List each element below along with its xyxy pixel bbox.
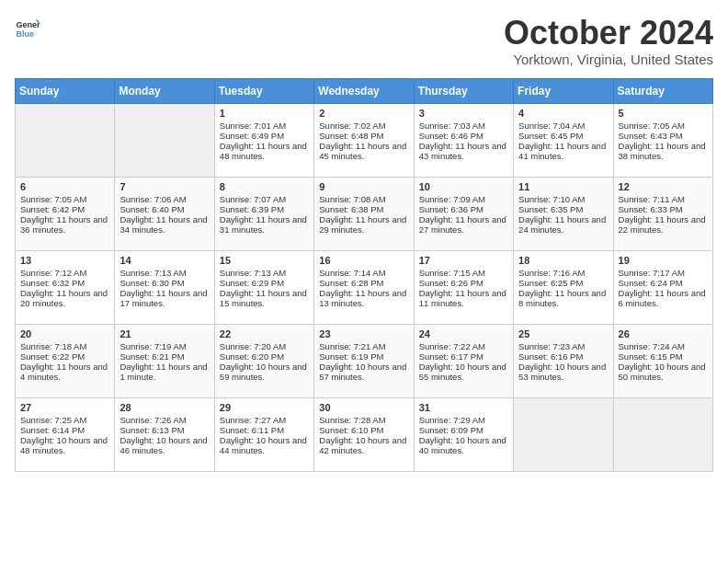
daylight-text: Daylight: 11 hours and 4 minutes.: [20, 362, 109, 382]
daylight-text: Daylight: 11 hours and 24 minutes.: [518, 214, 608, 235]
day-number: 13: [20, 255, 109, 266]
calendar-cell: 15Sunrise: 7:13 AMSunset: 6:29 PMDayligh…: [214, 250, 313, 324]
calendar-cell: 18Sunrise: 7:16 AMSunset: 6:25 PMDayligh…: [514, 250, 613, 324]
daylight-text: Daylight: 10 hours and 46 minutes.: [119, 435, 209, 455]
calendar-cell: 2Sunrise: 7:02 AMSunset: 6:48 PMDaylight…: [314, 103, 414, 177]
sunrise-text: Sunrise: 7:26 AM: [119, 415, 209, 425]
calendar-cell: 20Sunrise: 7:18 AMSunset: 6:22 PMDayligh…: [16, 324, 115, 397]
sunset-text: Sunset: 6:15 PM: [619, 351, 708, 362]
day-number: 10: [419, 181, 508, 192]
calendar-cell: 24Sunrise: 7:22 AMSunset: 6:17 PMDayligh…: [414, 324, 513, 397]
sunrise-text: Sunrise: 7:07 AM: [220, 194, 309, 204]
day-number: 18: [518, 255, 608, 266]
day-number: 5: [619, 108, 708, 119]
calendar-cell: 30Sunrise: 7:28 AMSunset: 6:10 PMDayligh…: [314, 397, 414, 471]
calendar-week-row: 6Sunrise: 7:05 AMSunset: 6:42 PMDaylight…: [16, 177, 713, 250]
sunset-text: Sunset: 6:30 PM: [119, 278, 209, 288]
daylight-text: Daylight: 11 hours and 22 minutes.: [619, 214, 708, 235]
sunrise-text: Sunrise: 7:02 AM: [319, 121, 408, 131]
daylight-text: Daylight: 10 hours and 42 minutes.: [319, 435, 408, 455]
daylight-text: Daylight: 11 hours and 20 minutes.: [20, 288, 109, 308]
sunrise-text: Sunrise: 7:23 AM: [518, 341, 608, 351]
calendar-cell: 25Sunrise: 7:23 AMSunset: 6:16 PMDayligh…: [514, 324, 613, 397]
sunrise-text: Sunrise: 7:01 AM: [220, 121, 309, 131]
sunset-text: Sunset: 6:14 PM: [20, 425, 109, 435]
sunrise-text: Sunrise: 7:22 AM: [419, 341, 508, 351]
day-number: 2: [319, 108, 408, 119]
sunset-text: Sunset: 6:39 PM: [220, 204, 309, 214]
daylight-text: Daylight: 11 hours and 29 minutes.: [319, 214, 408, 235]
sunrise-text: Sunrise: 7:20 AM: [220, 341, 309, 351]
sunset-text: Sunset: 6:25 PM: [518, 278, 608, 288]
daylight-text: Daylight: 11 hours and 13 minutes.: [319, 288, 408, 308]
daylight-text: Daylight: 11 hours and 27 minutes.: [419, 214, 508, 235]
sunset-text: Sunset: 6:24 PM: [619, 278, 708, 288]
calendar-cell: [514, 397, 613, 471]
daylight-text: Daylight: 10 hours and 57 minutes.: [319, 362, 408, 382]
calendar-cell: 31Sunrise: 7:29 AMSunset: 6:09 PMDayligh…: [414, 397, 513, 471]
daylight-text: Daylight: 10 hours and 50 minutes.: [619, 362, 708, 382]
sunset-text: Sunset: 6:48 PM: [319, 131, 408, 141]
daylight-text: Daylight: 11 hours and 38 minutes.: [619, 141, 708, 161]
day-number: 24: [419, 328, 508, 339]
sunset-text: Sunset: 6:33 PM: [619, 204, 708, 214]
calendar-cell: 29Sunrise: 7:27 AMSunset: 6:11 PMDayligh…: [214, 397, 313, 471]
calendar-cell: 1Sunrise: 7:01 AMSunset: 6:49 PMDaylight…: [214, 103, 313, 177]
daylight-text: Daylight: 11 hours and 48 minutes.: [220, 141, 309, 161]
calendar-cell: 19Sunrise: 7:17 AMSunset: 6:24 PMDayligh…: [613, 250, 712, 324]
daylight-text: Daylight: 11 hours and 31 minutes.: [220, 214, 309, 235]
day-number: 7: [119, 181, 209, 192]
sunset-text: Sunset: 6:38 PM: [319, 204, 408, 214]
daylight-text: Daylight: 10 hours and 53 minutes.: [518, 362, 608, 382]
calendar-cell: 23Sunrise: 7:21 AMSunset: 6:19 PMDayligh…: [314, 324, 414, 397]
sunrise-text: Sunrise: 7:29 AM: [419, 415, 508, 425]
sunrise-text: Sunrise: 7:06 AM: [119, 194, 209, 204]
svg-text:Blue: Blue: [16, 29, 34, 39]
day-number: 23: [319, 328, 408, 339]
day-number: 8: [220, 181, 309, 192]
sunset-text: Sunset: 6:26 PM: [419, 278, 508, 288]
calendar-week-row: 20Sunrise: 7:18 AMSunset: 6:22 PMDayligh…: [16, 324, 713, 397]
sunset-text: Sunset: 6:43 PM: [619, 131, 708, 141]
daylight-text: Daylight: 11 hours and 1 minute.: [119, 362, 209, 382]
day-of-week-header: Saturday: [613, 78, 712, 103]
daylight-text: Daylight: 10 hours and 55 minutes.: [419, 362, 508, 382]
day-of-week-header: Monday: [115, 78, 214, 103]
sunrise-text: Sunrise: 7:28 AM: [319, 415, 408, 425]
sunset-text: Sunset: 6:42 PM: [20, 204, 109, 214]
daylight-text: Daylight: 11 hours and 17 minutes.: [119, 288, 209, 308]
daylight-text: Daylight: 10 hours and 48 minutes.: [20, 435, 109, 455]
daylight-text: Daylight: 11 hours and 41 minutes.: [518, 141, 608, 161]
daylight-text: Daylight: 11 hours and 34 minutes.: [119, 214, 209, 235]
calendar-cell: 14Sunrise: 7:13 AMSunset: 6:30 PMDayligh…: [115, 250, 214, 324]
sunset-text: Sunset: 6:40 PM: [119, 204, 209, 214]
day-number: 29: [220, 402, 309, 413]
sunset-text: Sunset: 6:45 PM: [518, 131, 608, 141]
sunset-text: Sunset: 6:13 PM: [119, 425, 209, 435]
day-number: 30: [319, 402, 408, 413]
sunrise-text: Sunrise: 7:08 AM: [319, 194, 408, 204]
sunrise-text: Sunrise: 7:11 AM: [619, 194, 708, 204]
daylight-text: Daylight: 11 hours and 11 minutes.: [419, 288, 508, 308]
sunrise-text: Sunrise: 7:17 AM: [619, 268, 708, 278]
sunrise-text: Sunrise: 7:18 AM: [20, 341, 109, 351]
sunset-text: Sunset: 6:10 PM: [319, 425, 408, 435]
day-number: 22: [220, 328, 309, 339]
sunset-text: Sunset: 6:49 PM: [220, 131, 309, 141]
sunset-text: Sunset: 6:20 PM: [220, 351, 309, 362]
sunset-text: Sunset: 6:16 PM: [518, 351, 608, 362]
day-number: 15: [220, 255, 309, 266]
sunrise-text: Sunrise: 7:09 AM: [419, 194, 508, 204]
day-number: 3: [419, 108, 508, 119]
calendar-cell: 6Sunrise: 7:05 AMSunset: 6:42 PMDaylight…: [16, 177, 115, 250]
calendar-cell: 22Sunrise: 7:20 AMSunset: 6:20 PMDayligh…: [214, 324, 313, 397]
daylight-text: Daylight: 10 hours and 40 minutes.: [419, 435, 508, 455]
sunset-text: Sunset: 6:36 PM: [419, 204, 508, 214]
day-number: 1: [220, 108, 309, 119]
title-block: October 2024 Yorktown, Virginia, United …: [504, 15, 713, 67]
calendar-cell: 28Sunrise: 7:26 AMSunset: 6:13 PMDayligh…: [115, 397, 214, 471]
logo: General Blue: [15, 15, 40, 40]
day-number: 28: [119, 402, 209, 413]
sunrise-text: Sunrise: 7:10 AM: [518, 194, 608, 204]
calendar-cell: 13Sunrise: 7:12 AMSunset: 6:32 PMDayligh…: [16, 250, 115, 324]
